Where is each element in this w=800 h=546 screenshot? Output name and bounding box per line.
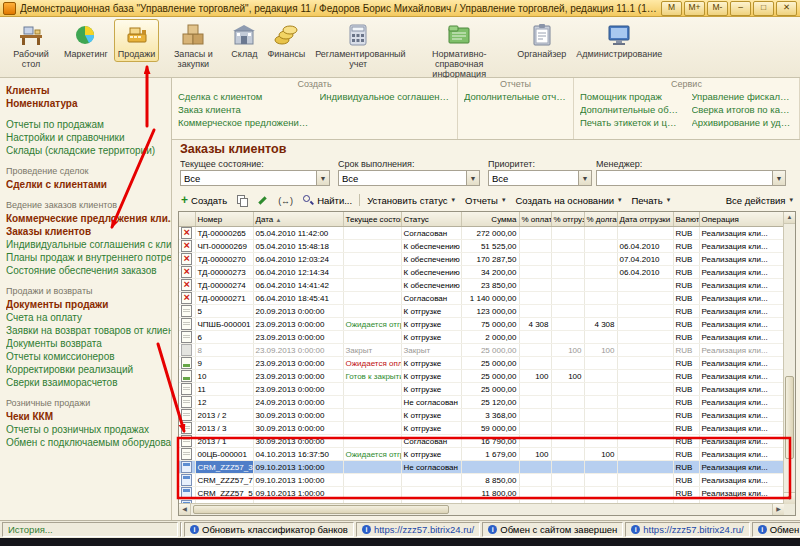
cell-status[interactable]: К отгрузке	[401, 383, 461, 396]
cell-ship-date[interactable]: 07.04.2010	[617, 253, 673, 266]
table-row[interactable]: ЧПШБ-00000123.09.2013 0:00:00Ожидается о…	[179, 318, 784, 331]
find-button[interactable]: Найти...	[300, 194, 355, 207]
chevron-down-icon[interactable]: ▼	[316, 171, 329, 185]
cell-date[interactable]: 20.09.2013 0:00:00	[253, 305, 343, 318]
cell-ship[interactable]	[551, 474, 584, 487]
cell-status[interactable]: К обеспечению	[401, 266, 461, 279]
cell-icon[interactable]	[179, 279, 195, 292]
cell-status[interactable]: К отгрузке	[401, 370, 461, 383]
cell-date[interactable]: 05.04.2010 11:42:00	[253, 227, 343, 240]
cell-pay[interactable]	[519, 253, 551, 266]
cell-operation[interactable]: Реализация кли...	[699, 357, 784, 370]
cell-sum[interactable]: 272 000,00	[461, 227, 519, 240]
table-row[interactable]: CRM_ZZZ57_709.10.2013 1:00:008 850,00RUB…	[179, 474, 784, 487]
cell-debt[interactable]: 100	[584, 344, 617, 357]
cell-ship[interactable]	[551, 396, 584, 409]
cell-ship-date[interactable]	[617, 396, 673, 409]
cell-status[interactable]: Не согласован	[401, 396, 461, 409]
cell-operation[interactable]: Реализация кли...	[699, 422, 784, 435]
column-header[interactable]: Дата отгрузки	[617, 212, 673, 227]
column-header-icon[interactable]	[179, 212, 195, 227]
vertical-scrollbar[interactable]: ▲ ▼	[783, 212, 795, 504]
cell-number[interactable]: 8	[195, 344, 253, 357]
cell-state[interactable]	[343, 422, 401, 435]
cell-icon[interactable]	[179, 253, 195, 266]
cell-number[interactable]: ТД-00000265	[195, 227, 253, 240]
cell-debt[interactable]	[584, 305, 617, 318]
cell-debt[interactable]	[584, 461, 617, 474]
maximize-button[interactable]: □	[753, 1, 774, 16]
cell-ship-date[interactable]	[617, 435, 673, 448]
cell-icon[interactable]	[179, 448, 195, 461]
cell-number[interactable]: 10	[195, 370, 253, 383]
cell-ship-date[interactable]	[617, 422, 673, 435]
cell-currency[interactable]: RUB	[673, 461, 699, 474]
cell-currency[interactable]: RUB	[673, 279, 699, 292]
cell-currency[interactable]: RUB	[673, 370, 699, 383]
cell-state[interactable]	[343, 435, 401, 448]
table-row[interactable]: 520.09.2013 0:00:00К отгрузке123 000,00R…	[179, 305, 784, 318]
cell-date[interactable]: 24.09.2013 0:00:00	[253, 396, 343, 409]
sidebar-item[interactable]: Отчеты о розничных продажах	[6, 423, 171, 436]
cell-status[interactable]	[401, 487, 461, 500]
sidebar-item[interactable]: Склады (складские территории)	[6, 144, 171, 157]
cell-currency[interactable]: RUB	[673, 344, 699, 357]
sidebar-item[interactable]: Счета на оплату	[6, 311, 171, 324]
cell-operation[interactable]: Реализация кли...	[699, 487, 784, 500]
cell-state[interactable]	[343, 253, 401, 266]
reports-button[interactable]: Отчеты▾	[462, 194, 508, 207]
cell-status[interactable]: К обеспечению	[401, 279, 461, 292]
ribbon-command[interactable]: Управление фискальным регистратором	[692, 90, 794, 103]
cell-number[interactable]: ТД-00000274	[195, 279, 253, 292]
table-row[interactable]: 1123.09.2013 0:00:00К отгрузке25 000,00R…	[179, 383, 784, 396]
cell-date[interactable]: 09.10.2013 1:00:00	[253, 487, 343, 500]
cell-number[interactable]: 2013 / 3	[195, 422, 253, 435]
table-row[interactable]: 2013 / 330.09.2013 0:00:00К отгрузке59 0…	[179, 422, 784, 435]
cell-operation[interactable]: Реализация кли...	[699, 409, 784, 422]
cell-ship[interactable]: 100	[551, 370, 584, 383]
cell-date[interactable]: 05.04.2010 15:48:18	[253, 240, 343, 253]
cell-ship-date[interactable]	[617, 383, 673, 396]
sidebar-item[interactable]: Сверки взаиморасчетов	[6, 376, 171, 389]
cell-pay[interactable]	[519, 422, 551, 435]
table-row[interactable]: CRM_ZZZ57_309.10.2013 1:00:00Не согласов…	[179, 461, 784, 474]
column-header[interactable]: % отгрузки	[551, 212, 584, 227]
cell-status[interactable]	[401, 474, 461, 487]
cell-state[interactable]	[343, 487, 401, 500]
cell-number[interactable]: ТД-00000273	[195, 266, 253, 279]
table-row[interactable]: CRM_ZZZ57_509.10.2013 1:00:0011 800,00RU…	[179, 487, 784, 500]
cell-operation[interactable]: Реализация кли...	[699, 344, 784, 357]
cell-ship[interactable]	[551, 240, 584, 253]
cell-state[interactable]: Ожидается отгр...	[343, 318, 401, 331]
cell-sum[interactable]: 25 120,00	[461, 396, 519, 409]
cell-debt[interactable]	[584, 253, 617, 266]
cell-operation[interactable]: Реализация кли...	[699, 279, 784, 292]
cell-sum[interactable]: 16 790,00	[461, 435, 519, 448]
ribbon-command[interactable]: Дополнительные отчеты	[464, 90, 567, 103]
cell-debt[interactable]	[584, 474, 617, 487]
cell-currency[interactable]: RUB	[673, 409, 699, 422]
cell-status[interactable]: К отгрузке	[401, 409, 461, 422]
all-actions-button[interactable]: Все действия ▾	[723, 194, 796, 207]
cell-sum[interactable]: 11 800,00	[461, 487, 519, 500]
cell-ship[interactable]	[551, 461, 584, 474]
cell-ship-date[interactable]: 06.04.2010	[617, 266, 673, 279]
cell-sum[interactable]: 75 000,00	[461, 318, 519, 331]
status-link[interactable]: ihttps://zzz57.bitrix24.ru/	[625, 522, 749, 537]
cell-pay[interactable]	[519, 305, 551, 318]
cell-status[interactable]: К отгрузке	[401, 422, 461, 435]
cell-number[interactable]: 6	[195, 331, 253, 344]
table-row[interactable]: 823.09.2013 0:00:00ЗакрытЗакрыт25 000,00…	[179, 344, 784, 357]
cell-icon[interactable]	[179, 305, 195, 318]
cell-icon[interactable]	[179, 266, 195, 279]
copy-button[interactable]	[234, 194, 250, 207]
cell-state[interactable]	[343, 409, 401, 422]
filter-combo[interactable]: ▼	[596, 170, 786, 186]
section-tab-finance[interactable]: Финансы	[263, 19, 309, 62]
cell-icon[interactable]	[179, 240, 195, 253]
cell-operation[interactable]: Реализация кли...	[699, 227, 784, 240]
cell-operation[interactable]: Реализация кли...	[699, 253, 784, 266]
cell-operation[interactable]: Реализация кли...	[699, 383, 784, 396]
cell-sum[interactable]	[461, 461, 519, 474]
cell-pay[interactable]	[519, 279, 551, 292]
